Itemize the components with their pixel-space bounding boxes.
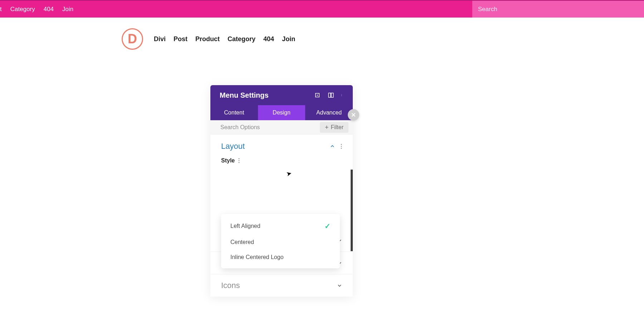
svg-point-9 (341, 148, 342, 149)
nav-item-category[interactable]: Category (228, 35, 255, 43)
style-option-centered[interactable]: Centered (221, 235, 340, 250)
close-button[interactable] (348, 109, 359, 121)
modal-title: Menu Settings (220, 91, 314, 99)
style-dropdown: Left Aligned ✓ Centered Inline Centered … (221, 214, 340, 268)
style-row: Style (210, 151, 353, 167)
option-label: Centered (230, 239, 254, 245)
menu-settings-modal: Menu Settings Content Design Advanced Se… (210, 85, 353, 297)
section-layout: Layout (210, 135, 353, 151)
section-layout-title: Layout (221, 142, 330, 151)
top-nav-item-partial[interactable]: t (0, 6, 6, 13)
scrollbar[interactable] (351, 170, 353, 251)
tab-design[interactable]: Design (258, 105, 306, 120)
top-utility-bar: t Category 404 Join Search (0, 0, 644, 18)
modal-header[interactable]: Menu Settings (210, 85, 353, 105)
svg-point-6 (341, 96, 342, 96)
top-bar-items: t Category 404 Join (0, 6, 78, 13)
nav-item-product[interactable]: Product (195, 35, 220, 43)
svg-point-1 (317, 95, 318, 96)
header-icons (314, 92, 343, 98)
svg-point-5 (341, 95, 342, 96)
search-placeholder: Search (478, 6, 497, 13)
search-options-input[interactable]: Search Options (220, 124, 320, 131)
options-bar: Search Options + Filter (210, 120, 353, 135)
nav-item-divi[interactable]: Divi (154, 35, 166, 43)
svg-point-7 (341, 144, 342, 145)
tab-advanced[interactable]: Advanced (305, 105, 353, 120)
section-icons-title: Icons (221, 281, 337, 290)
nav-item-post[interactable]: Post (174, 35, 187, 43)
check-icon: ✓ (325, 222, 331, 230)
top-nav-item-join[interactable]: Join (58, 6, 78, 13)
modal-tabs: Content Design Advanced (210, 105, 353, 120)
svg-rect-2 (328, 93, 331, 97)
chevron-up-icon[interactable] (330, 144, 335, 149)
style-label: Style (221, 157, 235, 164)
top-nav-item-404[interactable]: 404 (39, 6, 58, 13)
scrollbar-thumb[interactable] (351, 170, 353, 251)
top-nav-item-category[interactable]: Category (6, 6, 39, 13)
panel-body: Layout Style Left Aligned ✓ Centered Inl… (210, 135, 353, 297)
svg-point-4 (341, 94, 342, 95)
site-logo[interactable]: D (122, 28, 143, 50)
style-option-inline-centered-logo[interactable]: Inline Centered Logo (221, 250, 340, 265)
plus-icon: + (325, 124, 329, 131)
svg-point-12 (239, 162, 240, 163)
columns-icon[interactable] (328, 92, 334, 98)
svg-point-11 (239, 160, 240, 161)
section-layout-header[interactable]: Layout (221, 142, 342, 151)
more-icon[interactable] (341, 92, 343, 98)
nav-item-404[interactable]: 404 (263, 35, 274, 43)
option-label: Left Aligned (230, 223, 260, 229)
tab-content[interactable]: Content (210, 105, 258, 120)
nav-item-join[interactable]: Join (282, 35, 295, 43)
site-navigation: D Divi Post Product Category 404 Join (122, 18, 515, 53)
svg-point-8 (341, 146, 342, 147)
search-input[interactable]: Search (472, 1, 644, 18)
option-label: Inline Centered Logo (230, 254, 284, 260)
svg-point-10 (239, 158, 240, 159)
close-icon (350, 112, 357, 118)
section-icons[interactable]: Icons (210, 274, 353, 297)
filter-label: Filter (331, 124, 343, 131)
expand-icon[interactable] (314, 92, 321, 98)
nav-items: Divi Post Product Category 404 Join (154, 35, 295, 43)
section-more-icon[interactable] (341, 143, 342, 149)
logo-letter: D (128, 31, 137, 47)
svg-rect-3 (331, 93, 333, 97)
style-option-left-aligned[interactable]: Left Aligned ✓ (221, 218, 340, 235)
style-more-icon[interactable] (238, 158, 240, 164)
chevron-down-icon (337, 283, 342, 288)
filter-button[interactable]: + Filter (320, 122, 348, 133)
